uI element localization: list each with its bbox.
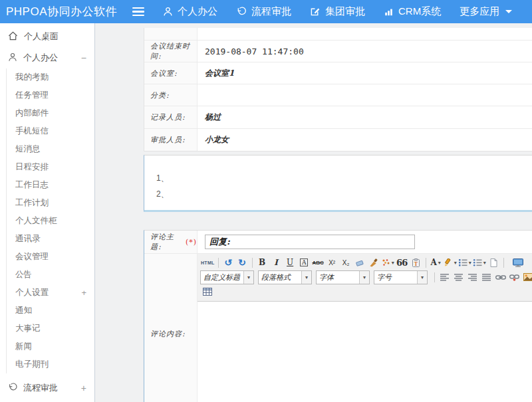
caret-down-icon: ▾ xyxy=(454,260,457,266)
toolbar-row-3 xyxy=(200,284,532,299)
strikethrough-button[interactable]: ABC xyxy=(312,256,325,268)
sidebar-item-notice[interactable]: 通知 xyxy=(7,302,94,320)
sidebar-item-contacts[interactable]: 通讯录 xyxy=(7,230,94,248)
format-brush-button[interactable] xyxy=(368,256,380,268)
row-label: 会议室: xyxy=(144,62,198,84)
meeting-detail-table: 会议结束时间: 2019-08-07 11:47:00 会议室: 会议室1 分类… xyxy=(144,28,532,151)
nav-more-apps[interactable]: 更多应用 xyxy=(450,0,521,23)
align-right-button[interactable] xyxy=(466,271,479,283)
undo-button[interactable]: ↺ xyxy=(222,256,235,268)
nav-crm-system[interactable]: CRM系统 xyxy=(374,0,450,23)
underline-button[interactable]: U xyxy=(284,256,297,268)
top-navigation: 个人办公 流程审批 集团审批 CRM系统 更多应用 xyxy=(154,0,521,23)
expand-icon[interactable]: + xyxy=(81,288,86,298)
paragraph-format-select[interactable]: 段落格式▾ xyxy=(258,270,312,284)
home-icon xyxy=(8,31,18,43)
sidebar-item-news[interactable]: 新闻 xyxy=(7,338,94,355)
sidebar-item-events[interactable]: 大事记 xyxy=(7,320,94,338)
sidebar-item-schedule[interactable]: 日程安排 xyxy=(7,158,94,176)
subscript-button[interactable]: X₂ xyxy=(340,256,352,268)
insert-table-button[interactable] xyxy=(201,286,213,298)
sidebar-item-label: 流程审批 xyxy=(23,382,58,394)
sidebar-item-tasks[interactable]: 任务管理 xyxy=(7,86,94,104)
nav-personal-office[interactable]: 个人办公 xyxy=(154,0,227,23)
nav-workflow-approval[interactable]: 流程审批 xyxy=(227,0,301,23)
sidebar-item-label: 会议管理 xyxy=(15,251,49,262)
nav-group-approval[interactable]: 集团审批 xyxy=(301,0,374,23)
content-line: 2、 xyxy=(156,186,532,202)
superscript-button[interactable]: X² xyxy=(326,256,338,268)
caret-down-icon: ▾ xyxy=(243,271,253,284)
heading-select[interactable]: 自定义标题▾ xyxy=(200,270,254,284)
italic-button[interactable]: I xyxy=(270,256,283,268)
sidebar-item-workflow-approval[interactable]: 流程审批 + xyxy=(0,377,94,399)
paste-as-text-button[interactable]: T xyxy=(410,256,422,268)
select-value: 段落格式 xyxy=(259,271,301,284)
align-justify-button[interactable] xyxy=(480,271,493,283)
row-value xyxy=(198,84,532,106)
sidebar-item-personal-office[interactable]: 个人办公 − xyxy=(0,47,94,68)
toolbar-separator xyxy=(426,258,426,268)
sidebar-item-e-journal[interactable]: 电子期刊 xyxy=(7,355,94,373)
align-center-button[interactable] xyxy=(452,271,465,283)
font-color-button[interactable]: A▾ xyxy=(430,256,442,268)
sidebar-item-label: 个人文件柜 xyxy=(15,215,57,227)
highlight-color-button[interactable]: ▾ xyxy=(444,256,457,268)
font-style-button[interactable]: A xyxy=(298,256,311,268)
history-cycle-icon xyxy=(8,383,17,394)
font-family-select[interactable]: 字体▾ xyxy=(316,270,370,284)
app-logo[interactable]: PHPOA协同办公软件 xyxy=(0,4,127,19)
sidebar-item-file-cabinet[interactable]: 个人文件柜 xyxy=(7,212,94,230)
ordered-list-button[interactable]: ▾ xyxy=(458,256,471,268)
row-label: 评论内容: xyxy=(144,254,198,402)
toolbar-separator xyxy=(218,258,219,268)
editor-content-area[interactable] xyxy=(198,302,532,402)
sidebar-item-label: 任务管理 xyxy=(15,90,49,101)
html-source-button[interactable]: HTML xyxy=(201,256,215,268)
remove-format-button[interactable] xyxy=(354,256,366,268)
collapse-icon[interactable]: − xyxy=(81,52,86,63)
history-cycle-icon xyxy=(236,7,247,17)
sidebar-item-label: 公告 xyxy=(15,269,32,280)
sidebar-item-announcement[interactable]: 公告 xyxy=(7,266,94,284)
redo-button[interactable]: ↻ xyxy=(236,256,249,268)
svg-text:T: T xyxy=(414,260,418,266)
unordered-list-button[interactable]: ▾ xyxy=(473,256,486,268)
sidebar-item-label: 电子期刊 xyxy=(15,359,49,370)
sidebar-item-work-log[interactable]: 工作日志 xyxy=(7,176,94,194)
insert-link-button[interactable] xyxy=(494,271,507,283)
sidebar-item-label: 工作日志 xyxy=(15,179,49,191)
row-value: 2019-08-07 11:47:00 xyxy=(198,41,532,62)
sidebar-item-short-message[interactable]: 短消息 xyxy=(7,140,94,158)
sidebar-item-sms[interactable]: 手机短信 xyxy=(7,122,94,140)
sidebar-item-attendance[interactable]: 我的考勤 xyxy=(7,68,94,86)
sidebar-item-work-plan[interactable]: 工作计划 xyxy=(7,194,94,212)
row-label: 审批人员: xyxy=(144,129,198,151)
sidebar-item-internal-mail[interactable]: 内部邮件 xyxy=(7,104,94,122)
sidebar-item-label: 通知 xyxy=(15,305,32,316)
new-document-button[interactable] xyxy=(487,256,500,268)
expand-icon[interactable]: + xyxy=(81,383,86,393)
brush-icon xyxy=(369,258,378,267)
caret-down-icon: ▾ xyxy=(438,259,441,266)
fullscreen-button[interactable] xyxy=(512,256,525,268)
monitor-icon xyxy=(513,258,523,267)
unlink-icon xyxy=(509,274,519,281)
comment-subject-input[interactable] xyxy=(205,235,415,249)
editor-toolbar: HTML ↺ ↻ B I U A ABC xyxy=(198,254,532,302)
insert-image-button[interactable] xyxy=(522,271,532,283)
row-value: 杨过 xyxy=(198,106,532,128)
sidebar-item-meeting-management[interactable]: 会议管理 xyxy=(7,248,94,266)
blockquote-button[interactable]: 66 xyxy=(396,256,408,268)
bold-button[interactable]: B xyxy=(256,256,269,268)
align-left-button[interactable] xyxy=(438,271,451,283)
menu-toggle-button[interactable] xyxy=(132,7,144,17)
select-value: 字号 xyxy=(374,271,417,284)
sidebar-item-desktop[interactable]: 个人桌面 xyxy=(0,26,94,47)
format-painter-button[interactable]: ▾ xyxy=(382,256,394,268)
sidebar-item-label: 个人设置 xyxy=(15,287,49,298)
unlink-button[interactable] xyxy=(508,271,521,283)
font-size-select[interactable]: 字号▾ xyxy=(374,270,428,284)
nav-label: 集团审批 xyxy=(325,5,365,18)
sidebar-item-personal-settings[interactable]: 个人设置+ xyxy=(7,284,94,302)
